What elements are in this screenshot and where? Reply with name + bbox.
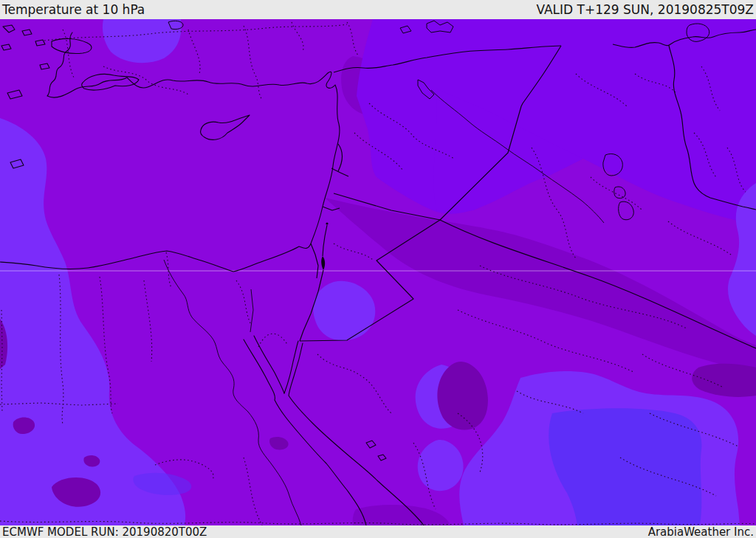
model-run-label: ECMWF MODEL RUN: 20190820T00Z xyxy=(2,525,207,538)
weather-map-page: { "header": { "title": "Temperature at 1… xyxy=(0,0,756,538)
weather-map-svg xyxy=(0,19,756,525)
footer-bar: ECMWF MODEL RUN: 20190820T00Z ArabiaWeat… xyxy=(0,525,756,538)
map-canvas xyxy=(0,19,756,525)
valid-time-label: VALID T+129 SUN, 20190825T09Z xyxy=(536,2,754,17)
page-title: Temperature at 10 hPa xyxy=(2,2,145,17)
title-bar: Temperature at 10 hPa VALID T+129 SUN, 2… xyxy=(0,0,756,19)
temperature-shading xyxy=(0,19,756,525)
branding-label: ArabiaWeather Inc. xyxy=(648,525,754,538)
sea-of-galilee xyxy=(326,222,328,224)
